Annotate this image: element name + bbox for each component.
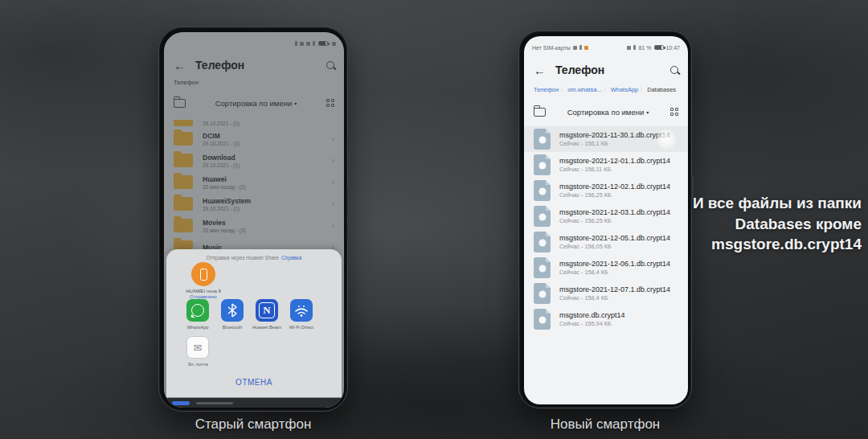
share-target-whatsapp[interactable]: WhatsApp: [180, 299, 215, 330]
file-icon: [534, 309, 551, 330]
page-title: Телефон: [555, 64, 604, 76]
help-link[interactable]: Справка: [281, 255, 302, 261]
annotation-text: И все файлы из папки Databases кроме msg…: [653, 193, 862, 255]
file-icon: [534, 232, 551, 252]
breadcrumb-item-whatsapp[interactable]: WhatsApp: [611, 86, 639, 93]
caption-old-phone: Старый смартфон: [158, 416, 348, 433]
file-icon: [534, 206, 551, 227]
file-row[interactable]: msgstore-2021-12-01.1.db.crypt14 Сейчас …: [524, 152, 688, 178]
back-icon[interactable]: ←: [534, 64, 546, 76]
file-meta: Сейчас - 158,4 КБ: [559, 294, 670, 302]
old-phone-device: ← Телефон Телефон Сортировка по имени▾ 2…: [158, 27, 348, 412]
annotation-line: Databases кроме: [653, 214, 862, 235]
file-meta: Сейчас - 155,94 КБ: [559, 320, 625, 327]
file-row[interactable]: msgstore-2021-12-07.1.db.crypt14 Сейчас …: [524, 281, 688, 306]
file-name: msgstore-2021-12-01.1.db.crypt14: [559, 157, 670, 165]
breadcrumb-item-package[interactable]: om.whatsa...: [567, 86, 602, 93]
file-name: msgstore-2021-12-06.1.db.crypt14: [559, 260, 670, 268]
file-row[interactable]: msgstore-2021-12-06.1.db.crypt14 Сейчас …: [524, 255, 688, 281]
file-icon: [534, 154, 551, 175]
touch-ripple: [656, 129, 677, 150]
file-name: msgstore.db.crypt14: [559, 311, 625, 319]
battery-percent: 81 %: [639, 45, 652, 51]
share-target-bluetooth[interactable]: Bluetooth: [215, 299, 250, 330]
search-icon[interactable]: [670, 66, 678, 74]
email-icon: ✉: [186, 336, 209, 359]
sort-row: Сортировка по имени▾: [524, 102, 688, 121]
nfc-icon: [627, 46, 631, 50]
volume-button: [347, 188, 350, 215]
file-name: msgstore-2021-11-30.1.db.crypt14: [559, 131, 669, 139]
file-icon: [534, 257, 551, 278]
wifi-direct-icon: [290, 299, 313, 322]
file-row[interactable]: msgstore-2021-11-30.1.db.crypt14 Сейчас …: [524, 126, 688, 152]
battery-icon: [654, 45, 664, 50]
file-name: msgstore-2021-12-02.1.db.crypt14: [559, 183, 670, 191]
file-row[interactable]: msgstore.db.crypt14 Сейчас - 155,94 КБ: [524, 306, 688, 332]
old-phone-screen: ← Телефон Телефон Сортировка по имени▾ 2…: [164, 32, 344, 408]
file-name: msgstore-2021-12-07.1.db.crypt14: [559, 285, 670, 293]
device-name: HUAWEI nova 9: [178, 289, 229, 293]
annotation-line: msgstore.db.crypt14: [653, 234, 862, 255]
whatsapp-icon: [186, 299, 209, 322]
cancel-button[interactable]: ОТМЕНА: [166, 378, 342, 387]
file-meta: Сейчас - 156,11 КБ: [559, 166, 670, 173]
status-bar: Нет SIM-карты 81 % 10:47: [524, 43, 688, 52]
huawei-beam-icon: N: [256, 299, 278, 322]
file-icon: [534, 283, 551, 304]
sim-status-text: Нет SIM-карты: [532, 45, 571, 51]
wifi-icon: [579, 45, 582, 50]
grid-view-icon[interactable]: [670, 108, 678, 116]
vpn-icon: [573, 46, 577, 50]
file-meta: Сейчас - 156,1 КБ: [559, 140, 669, 147]
annotation-line: И все файлы из папки: [653, 193, 862, 214]
file-icon: [534, 129, 551, 150]
breadcrumb: Телефон〉om.whatsa...〉WhatsApp〉Databases: [534, 86, 682, 94]
sort-dropdown[interactable]: Сортировка по имени▾: [567, 108, 649, 117]
new-folder-icon[interactable]: [534, 108, 546, 117]
share-target-huawei-beam[interactable]: N Huawei Beam: [249, 299, 285, 330]
breadcrumb-separator: 〉: [560, 87, 566, 92]
breadcrumb-item-root[interactable]: Телефон: [534, 86, 559, 93]
power-button: [347, 224, 350, 240]
bluetooth-status-icon: [633, 45, 636, 50]
progress-pill: [172, 401, 190, 405]
caret-down-icon: ▾: [646, 110, 649, 115]
breadcrumb-separator: 〉: [640, 87, 645, 92]
caption-new-phone: Новый смартфон: [518, 416, 692, 433]
task-text-placeholder: [196, 402, 233, 404]
share-sheet: Отправка через Huawei ShareСправка HUAWE…: [166, 249, 342, 397]
breadcrumb-item-databases: Databases: [647, 86, 676, 93]
breadcrumb-separator: 〉: [604, 87, 609, 92]
file-icon: [534, 180, 551, 201]
file-meta: Сейчас - 158,4 КБ: [559, 269, 670, 276]
huawei-share-device-icon: [191, 262, 215, 286]
share-target-wifi-direct[interactable]: Wi-Fi Direct: [284, 299, 319, 330]
share-sheet-header: Отправка через Huawei ShareСправка: [166, 255, 342, 261]
share-target-email[interactable]: ✉ Эл. почта: [180, 336, 215, 367]
bottom-task-strip: [164, 398, 344, 408]
bluetooth-icon: [221, 299, 244, 322]
alert-icon: [584, 46, 588, 50]
share-targets-row: WhatsApp Bluetooth N Huawei Beam: [166, 299, 342, 336]
share-target-device[interactable]: HUAWEI nova 9 Отправлено: [178, 262, 229, 299]
clock-text: 10:47: [665, 45, 680, 51]
app-bar: ← Телефон: [524, 59, 688, 81]
